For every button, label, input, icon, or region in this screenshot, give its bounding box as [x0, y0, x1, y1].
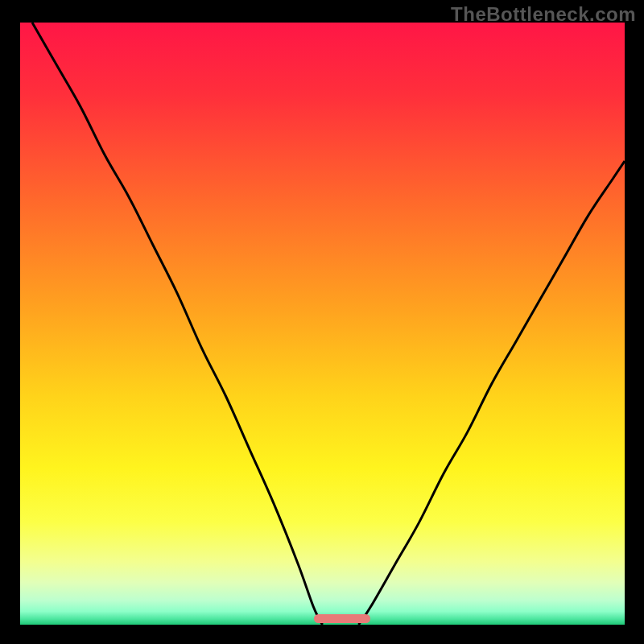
curve-left-branch	[32, 23, 322, 625]
bottleneck-curve	[20, 23, 625, 625]
curve-right-branch	[359, 161, 625, 625]
plot-area	[20, 23, 625, 625]
optimal-range-marker	[314, 614, 370, 623]
chart-frame: TheBottleneck.com	[0, 0, 644, 644]
